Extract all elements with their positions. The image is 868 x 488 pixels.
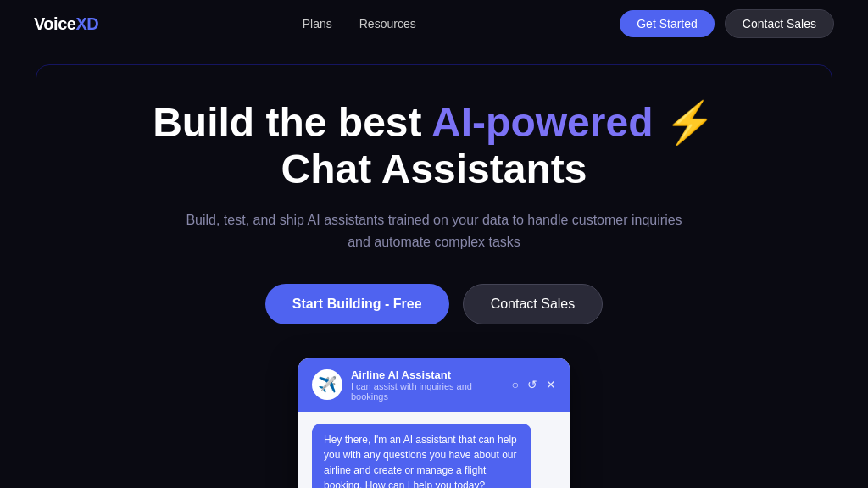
chat-avatar-emoji: ✈️ [318,375,337,394]
hero-subtitle: Build, test, and ship AI assistants trai… [180,209,688,252]
nav-links: Plans Resources [303,17,416,30]
hero-title-build: Build the best [153,100,431,145]
get-started-button[interactable]: Get Started [620,10,715,37]
main-content: Build the best AI-powered ⚡ Chat Assista… [0,47,868,488]
nav-link-plans[interactable]: Plans [303,17,332,30]
chat-assistant-name: Airline AI Assistant [351,369,512,381]
navbar: VoiceXD Plans Resources Get Started Cont… [0,0,868,47]
chat-preview: ✈️ Airline AI Assistant I can assist wit… [298,358,570,488]
logo-xd: XD [75,14,98,33]
chat-header-info: Airline AI Assistant I can assist with i… [351,369,512,402]
chat-close-icon[interactable]: ✕ [546,378,556,391]
chat-message: Hey there, I'm an AI assistant that can … [312,424,531,488]
hero-container: Build the best AI-powered ⚡ Chat Assista… [36,64,832,488]
hero-title-emoji: ⚡ [665,100,715,145]
logo-voice: Voice [34,14,75,33]
chat-minimize-icon[interactable]: ○ [512,378,519,391]
chat-refresh-icon[interactable]: ↺ [527,378,537,391]
chat-avatar: ✈️ [312,369,342,400]
chat-header: ✈️ Airline AI Assistant I can assist wit… [298,358,570,412]
logo: VoiceXD [34,14,98,34]
chat-message-text: Hey there, I'm an AI assistant that can … [324,432,520,488]
hero-title-ai-powered: AI-powered [431,100,653,145]
chat-header-left: ✈️ Airline AI Assistant I can assist wit… [312,369,512,402]
nav-link-resources[interactable]: Resources [359,17,416,30]
hero-title: Build the best AI-powered ⚡ Chat Assista… [153,99,715,192]
hero-buttons: Start Building - Free Contact Sales [265,284,604,324]
contact-sales-nav-button[interactable]: Contact Sales [725,9,834,38]
chat-header-icons: ○ ↺ ✕ [512,378,556,391]
chat-assistant-subtitle: I can assist with inquiries and bookings [351,381,512,402]
hero-title-line2: Chat Assistants [281,147,587,191]
contact-sales-hero-button[interactable]: Contact Sales [463,284,604,324]
start-building-button[interactable]: Start Building - Free [265,284,449,324]
nav-buttons: Get Started Contact Sales [620,9,834,38]
chat-body: Hey there, I'm an AI assistant that can … [298,412,570,488]
